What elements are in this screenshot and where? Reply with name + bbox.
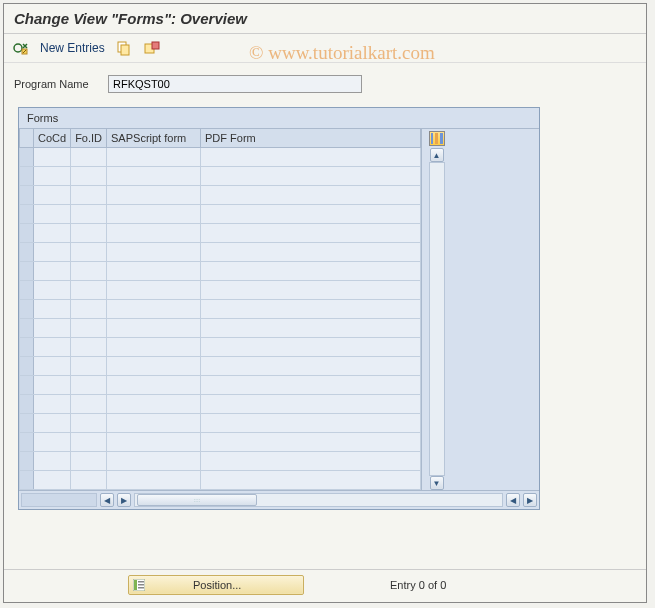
- cell[interactable]: [34, 281, 71, 300]
- table-row[interactable]: [20, 186, 421, 205]
- row-selector[interactable]: [20, 224, 34, 243]
- table-row[interactable]: [20, 300, 421, 319]
- cell[interactable]: [34, 471, 71, 490]
- new-entries-button[interactable]: New Entries: [40, 41, 105, 55]
- select-all-column[interactable]: [20, 129, 34, 148]
- cell[interactable]: [34, 395, 71, 414]
- row-selector[interactable]: [20, 395, 34, 414]
- cell[interactable]: [34, 414, 71, 433]
- cell[interactable]: [34, 148, 71, 167]
- cell[interactable]: [107, 376, 201, 395]
- table-row[interactable]: [20, 281, 421, 300]
- table-row[interactable]: [20, 452, 421, 471]
- cell[interactable]: [201, 357, 421, 376]
- cell[interactable]: [201, 262, 421, 281]
- cell[interactable]: [71, 186, 107, 205]
- cell[interactable]: [71, 148, 107, 167]
- cell[interactable]: [201, 205, 421, 224]
- cell[interactable]: [107, 319, 201, 338]
- cell[interactable]: [71, 319, 107, 338]
- delimit-icon[interactable]: [143, 39, 161, 57]
- cell[interactable]: [107, 471, 201, 490]
- table-row[interactable]: [20, 243, 421, 262]
- row-selector[interactable]: [20, 319, 34, 338]
- table-row[interactable]: [20, 357, 421, 376]
- program-name-input[interactable]: [108, 75, 362, 93]
- table-row[interactable]: [20, 376, 421, 395]
- horizontal-scroll-thumb[interactable]: ::::: [137, 494, 257, 506]
- column-pdf-form[interactable]: PDF Form: [201, 129, 421, 148]
- table-row[interactable]: [20, 167, 421, 186]
- cell[interactable]: [201, 376, 421, 395]
- row-selector[interactable]: [20, 452, 34, 471]
- cell[interactable]: [71, 433, 107, 452]
- column-foid[interactable]: Fo.ID: [71, 129, 107, 148]
- cell[interactable]: [107, 357, 201, 376]
- table-row[interactable]: [20, 319, 421, 338]
- cell[interactable]: [201, 224, 421, 243]
- cell[interactable]: [201, 471, 421, 490]
- cell[interactable]: [201, 243, 421, 262]
- vertical-scrollbar[interactable]: [429, 162, 445, 476]
- cell[interactable]: [71, 300, 107, 319]
- table-row[interactable]: [20, 148, 421, 167]
- cell[interactable]: [107, 205, 201, 224]
- cell[interactable]: [34, 224, 71, 243]
- cell[interactable]: [71, 205, 107, 224]
- cell[interactable]: [34, 186, 71, 205]
- cell[interactable]: [34, 205, 71, 224]
- cell[interactable]: [201, 148, 421, 167]
- cell[interactable]: [201, 395, 421, 414]
- row-selector[interactable]: [20, 357, 34, 376]
- cell[interactable]: [34, 167, 71, 186]
- table-row[interactable]: [20, 471, 421, 490]
- column-sapscript[interactable]: SAPScript form: [107, 129, 201, 148]
- cell[interactable]: [34, 300, 71, 319]
- scroll-down-button[interactable]: ▼: [430, 476, 444, 490]
- scroll-right-step-button[interactable]: ▶: [117, 493, 131, 507]
- cell[interactable]: [34, 433, 71, 452]
- table-row[interactable]: [20, 395, 421, 414]
- forms-table[interactable]: CoCd Fo.ID SAPScript form PDF Form: [19, 129, 421, 490]
- row-selector[interactable]: [20, 376, 34, 395]
- row-selector[interactable]: [20, 300, 34, 319]
- cell[interactable]: [201, 452, 421, 471]
- cell[interactable]: [201, 300, 421, 319]
- cell[interactable]: [71, 452, 107, 471]
- cell[interactable]: [107, 414, 201, 433]
- position-button[interactable]: Position...: [128, 575, 304, 595]
- cell[interactable]: [107, 281, 201, 300]
- row-selector[interactable]: [20, 433, 34, 452]
- row-selector[interactable]: [20, 148, 34, 167]
- cell[interactable]: [201, 319, 421, 338]
- cell[interactable]: [107, 395, 201, 414]
- cell[interactable]: [107, 262, 201, 281]
- row-selector[interactable]: [20, 243, 34, 262]
- cell[interactable]: [71, 357, 107, 376]
- cell[interactable]: [34, 338, 71, 357]
- cell[interactable]: [107, 452, 201, 471]
- cell[interactable]: [71, 471, 107, 490]
- cell[interactable]: [201, 167, 421, 186]
- cell[interactable]: [107, 433, 201, 452]
- row-selector[interactable]: [20, 205, 34, 224]
- table-row[interactable]: [20, 433, 421, 452]
- cell[interactable]: [71, 414, 107, 433]
- table-row[interactable]: [20, 262, 421, 281]
- cell[interactable]: [71, 376, 107, 395]
- table-row[interactable]: [20, 224, 421, 243]
- cell[interactable]: [201, 281, 421, 300]
- row-selector[interactable]: [20, 471, 34, 490]
- cell[interactable]: [71, 338, 107, 357]
- cell[interactable]: [34, 376, 71, 395]
- cell[interactable]: [107, 338, 201, 357]
- cell[interactable]: [71, 167, 107, 186]
- cell[interactable]: [107, 186, 201, 205]
- row-selector[interactable]: [20, 414, 34, 433]
- cell[interactable]: [71, 243, 107, 262]
- cell[interactable]: [107, 167, 201, 186]
- scroll-left-end-button[interactable]: ◀: [506, 493, 520, 507]
- cell[interactable]: [201, 338, 421, 357]
- row-selector[interactable]: [20, 338, 34, 357]
- cell[interactable]: [107, 148, 201, 167]
